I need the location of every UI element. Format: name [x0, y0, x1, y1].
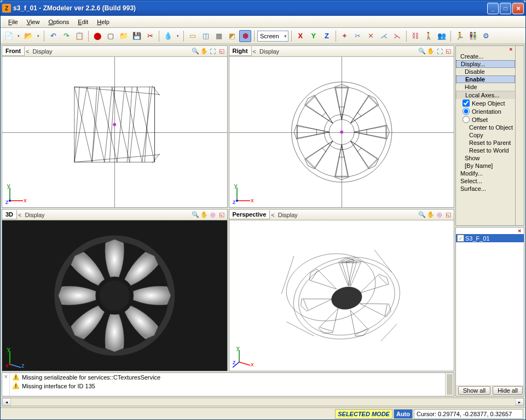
max-icon[interactable]: ◱ [217, 47, 226, 56]
titlebar[interactable]: Z s3_f_01 - ZModeler ver 2.2.6 (Build 99… [1, 1, 525, 16]
scroll-right-icon[interactable]: ▸ [515, 398, 524, 406]
viewport-label[interactable]: Right [229, 46, 252, 56]
tree-item-reset-world[interactable]: Reset to World [456, 147, 515, 154]
nav-back-icon[interactable]: < [17, 212, 22, 218]
save-icon[interactable]: 💾 [131, 30, 143, 42]
dropdown-icon[interactable]: ▾ [16, 34, 21, 38]
hide-all-button[interactable]: Hide all [493, 386, 523, 395]
offset-radio[interactable]: Offset [456, 115, 515, 124]
tree-item-disable[interactable]: Disable [456, 68, 515, 75]
menu-file[interactable]: File [4, 18, 22, 26]
dropdown-icon[interactable]: ▾ [36, 34, 41, 38]
show-all-button[interactable]: Show all [458, 386, 491, 395]
pan-icon[interactable]: ✋ [426, 211, 435, 219]
tree-item-surface[interactable]: Surface... [456, 185, 515, 192]
tree-item-hide[interactable]: Hide [456, 83, 515, 91]
tree-item-local-axes[interactable]: Local Axes... [456, 91, 515, 99]
tree-item-by-name[interactable]: [By Name] [456, 162, 515, 170]
tool-icon[interactable]: ✕ [365, 30, 377, 42]
tool-icon[interactable]: ✦ [339, 30, 351, 42]
checkbox-icon[interactable]: ✓ [457, 235, 464, 242]
frame-icon[interactable]: ⛶ [209, 47, 217, 56]
nav-back-icon[interactable]: < [25, 48, 30, 55]
viewport-canvas[interactable]: y z x [2, 220, 227, 371]
close-icon[interactable]: ✕ [2, 373, 10, 396]
dropdown-icon[interactable]: ▾ [175, 34, 181, 38]
tree-item-modify[interactable]: Modify... [456, 170, 515, 177]
tree-item-create[interactable]: Create... [456, 52, 515, 60]
new-icon[interactable]: 📄 [3, 30, 15, 42]
select-icon[interactable]: ▭ [187, 30, 199, 42]
blank-icon[interactable]: ▢ [105, 30, 117, 42]
pan-icon[interactable]: ✋ [200, 211, 209, 219]
viewport-canvas[interactable]: x y z [229, 57, 454, 207]
scrollbar[interactable] [445, 373, 454, 396]
drop-icon[interactable]: 💧 [162, 30, 174, 42]
orbit-icon[interactable]: ◎ [209, 211, 217, 219]
tool-icon[interactable]: ⋌ [378, 30, 390, 42]
viewport-mode[interactable]: Display [31, 48, 191, 55]
viewport-mode[interactable]: Display [257, 48, 418, 55]
viewport-canvas[interactable]: x y z [2, 57, 227, 207]
import-icon[interactable]: 📁 [118, 30, 130, 42]
group-icon[interactable]: 👫 [467, 30, 479, 42]
tree-item-select[interactable]: Select... [456, 177, 515, 185]
zoom-icon[interactable]: 🔍 [191, 211, 200, 219]
max-icon[interactable]: ◱ [444, 211, 453, 219]
object-list-item[interactable]: ✓ S3_F_01 [456, 234, 524, 242]
horizontal-scrollbar[interactable]: ◂ ▸ [2, 398, 524, 406]
frame-icon[interactable]: ⛶ [435, 47, 444, 56]
tree-item-display[interactable]: Display... [456, 60, 515, 68]
tree-item-center[interactable]: Center to Object [456, 124, 515, 131]
viewport-3d[interactable]: 3D < Display 🔍 ✋ ◎ ◱ [2, 209, 228, 371]
undo-icon[interactable]: ↶ [47, 30, 59, 42]
person-icon[interactable]: 🚶 [423, 30, 435, 42]
minimize-button[interactable]: _ [487, 3, 499, 14]
maximize-button[interactable]: □ [500, 3, 511, 14]
status-auto[interactable]: Auto [394, 409, 413, 419]
open-icon[interactable]: 📂 [22, 30, 34, 42]
skeleton-icon[interactable]: ⛓ [409, 30, 421, 42]
close-icon[interactable]: ✕ [516, 228, 523, 234]
people-icon[interactable]: 👥 [436, 30, 448, 42]
tree-item-copy[interactable]: Copy [456, 131, 515, 139]
gear-icon[interactable]: ⚙ [480, 30, 492, 42]
paint-icon[interactable]: ◩ [226, 30, 238, 42]
zoom-icon[interactable]: 🔍 [191, 47, 200, 56]
max-icon[interactable]: ◱ [217, 211, 226, 219]
viewport-mode[interactable]: Display [276, 212, 418, 218]
viewport-label[interactable]: 3D [2, 210, 17, 219]
menu-edit[interactable]: Edit [73, 18, 93, 26]
viewport-label[interactable]: Perspective [229, 210, 270, 219]
viewport-label[interactable]: Front [2, 46, 25, 56]
scroll-left-icon[interactable]: ◂ [2, 398, 11, 406]
zoom-icon[interactable]: 🔍 [418, 211, 426, 219]
viewport-canvas[interactable]: y x z [229, 220, 454, 371]
orbit-icon[interactable]: ◎ [435, 211, 444, 219]
viewport-perspective[interactable]: Perspective < Display 🔍 ✋ ◎ ◱ [229, 209, 455, 371]
menu-options[interactable]: Options [44, 18, 73, 26]
menu-view[interactable]: View [22, 18, 44, 26]
scrollbar[interactable] [515, 46, 524, 225]
z-axis-button[interactable]: Z [321, 30, 333, 42]
fence-icon[interactable]: ▦ [213, 30, 225, 42]
redo-icon[interactable]: ↷ [60, 30, 72, 42]
menu-help[interactable]: Help [93, 18, 114, 26]
nav-back-icon[interactable]: < [252, 48, 257, 55]
space-combo[interactable]: Screen [257, 31, 288, 42]
close-button[interactable]: ✕ [512, 3, 524, 14]
orientation-radio[interactable]: Orientation [456, 107, 515, 115]
nav-back-icon[interactable]: < [270, 212, 275, 218]
tool-icon[interactable]: ✂ [352, 30, 364, 42]
close-icon[interactable]: ✕ [507, 46, 514, 52]
pan-icon[interactable]: ✋ [200, 47, 209, 56]
viewport-front[interactable]: Front < Display 🔍 ✋ ⛶ ◱ [2, 45, 228, 208]
tree-item-show[interactable]: Show [456, 154, 515, 162]
cube-icon[interactable]: ⬢ [239, 30, 251, 42]
y-axis-button[interactable]: Y [308, 30, 320, 42]
record-icon[interactable]: ⬤ [91, 30, 103, 42]
tree-item-enable[interactable]: Enable [456, 75, 515, 83]
cut-icon[interactable]: ✂ [144, 30, 156, 42]
keep-object-checkbox[interactable]: Keep Object [456, 99, 515, 107]
x-axis-button[interactable]: X [294, 30, 307, 42]
